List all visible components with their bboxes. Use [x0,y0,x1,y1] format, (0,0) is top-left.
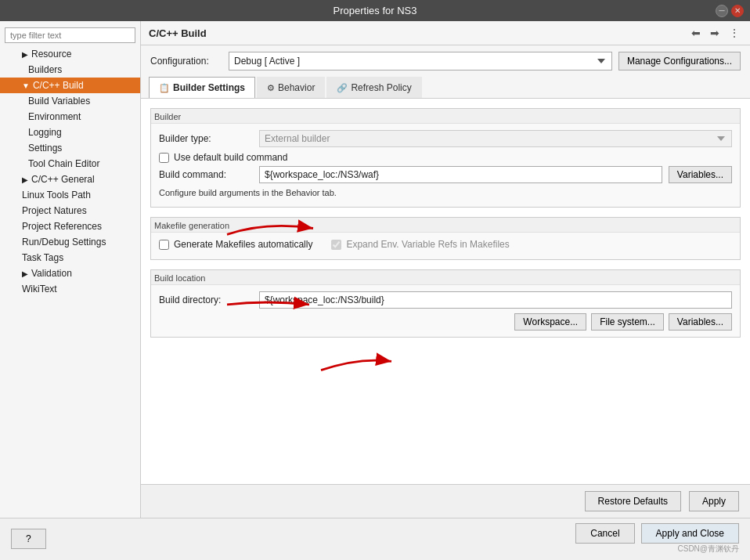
main-container: ▶Resource Builders ▼C/C++ Build Build Va… [0,21,750,559]
tab-builder-settings-label: Builder Settings [173,82,245,93]
footer-right: Cancel Apply and Close [575,523,739,544]
arrow-icon: ▶ [22,50,28,59]
expand-env-row: Expand Env. Variable Refs in Makefiles [331,239,509,250]
minimize-button[interactable]: ─ [716,5,728,17]
builder-section-body: Builder type: External builder Use defau… [151,124,740,207]
generate-makefiles-row: Generate Makefiles automatically [159,239,312,250]
restore-defaults-button[interactable]: Restore Defaults [585,491,681,511]
config-select[interactable]: Debug [ Active ] Release [229,52,612,70]
builder-type-label: Builder type: [159,133,253,144]
tab-behavior-label: Behavior [278,82,315,93]
builder-type-select: External builder [259,130,732,147]
builder-section-title: Builder [151,109,740,124]
sidebar-item-settings[interactable]: Settings [0,140,140,156]
sidebar-item-resource[interactable]: ▶Resource [0,46,140,62]
use-default-build-label: Use default build command [174,152,287,163]
menu-button[interactable]: ⋮ [727,26,742,40]
expand-env-label: Expand Env. Variable Refs in Makefiles [346,239,509,250]
sidebar-item-wikitext[interactable]: WikiText [0,281,140,297]
build-command-variables-button[interactable]: Variables... [669,166,732,183]
footer-bar: ? Cancel Apply and Close CSDN@青渊钦丹 [0,518,750,559]
build-location-variables-button[interactable]: Variables... [669,313,732,331]
builder-section: Builder Builder type: External builder [150,108,741,208]
sidebar-item-cpp-general[interactable]: ▶C/C++ General [0,172,140,187]
tab-builder-settings[interactable]: 📋 Builder Settings [149,77,255,98]
form-content: Builder Builder type: External builder [141,99,750,484]
build-location-section-title: Build location [151,270,740,285]
build-location-section: Build location Build directory: Workspac… [150,269,741,338]
arrow-icon-gen: ▶ [22,175,28,184]
sidebar-item-task-tags[interactable]: Task Tags [0,250,140,266]
use-default-build-checkbox[interactable] [159,153,169,163]
manage-configurations-button[interactable]: Manage Configurations... [618,52,741,70]
build-command-label: Build command: [159,169,253,180]
sidebar-item-logging[interactable]: Logging [0,125,140,140]
expand-env-checkbox [331,240,341,250]
sidebar-item-builders[interactable]: Builders [0,62,140,78]
watermark: CSDN@青渊钦丹 [678,544,740,555]
sidebar: ▶Resource Builders ▼C/C++ Build Build Va… [0,21,141,518]
cancel-button[interactable]: Cancel [575,523,634,544]
build-directory-row: Build directory: [159,291,732,309]
config-select-wrap: Debug [ Active ] Release Manage Configur… [229,52,741,70]
file-system-button[interactable]: File system... [591,313,664,331]
generate-makefiles-label: Generate Makefiles automatically [174,239,312,250]
behavior-icon: ⚙ [267,83,275,93]
build-command-row: Build command: Variables... [159,166,732,183]
config-label: Configuration: [150,56,221,67]
title-bar: Properties for NS3 ─ ✕ [0,0,750,21]
sidebar-item-tool-chain-editor[interactable]: Tool Chain Editor [0,156,140,172]
panel-title: C/C++ Build [149,27,207,39]
content-area: ▶Resource Builders ▼C/C++ Build Build Va… [0,21,750,518]
window-controls: ─ ✕ [716,5,744,17]
apply-and-close-button[interactable]: Apply and Close [641,523,739,544]
tabs-row: 📋 Builder Settings ⚙ Behavior 🔗 Refresh … [141,77,750,99]
build-command-hint: Configure build arguments in the Behavio… [159,188,732,197]
forward-button[interactable]: ➡ [708,26,722,40]
project-natures-label: Project Natures [22,205,87,216]
close-button[interactable]: ✕ [731,5,744,17]
arrow-icon-val: ▶ [22,269,28,278]
use-default-build-row: Use default build command [159,152,732,163]
right-panel: C/C++ Build ⬅ ➡ ⋮ Configuration: Debug [… [141,21,750,518]
sidebar-item-environment[interactable]: Environment [0,109,140,125]
help-button[interactable]: ? [11,529,46,549]
tab-refresh-policy-label: Refresh Policy [351,82,411,93]
makefile-section-title: Makefile generation [151,218,740,233]
workspace-button[interactable]: Workspace... [514,313,586,331]
sidebar-item-cpp-build[interactable]: ▼C/C++ Build [0,78,140,93]
builder-settings-icon: 📋 [159,83,170,93]
arrow-icon-active: ▼ [22,81,30,90]
build-directory-label: Build directory: [159,294,253,305]
header-actions: ⬅ ➡ ⋮ [689,26,742,40]
back-button[interactable]: ⬅ [689,26,703,40]
tool-chain-editor-label: Tool Chain Editor [28,158,99,169]
filter-wrap [0,24,140,46]
builder-type-row: Builder type: External builder [159,130,732,147]
sidebar-item-project-references[interactable]: Project References [0,219,140,234]
filter-input[interactable] [5,27,135,43]
build-directory-input[interactable] [259,291,732,309]
tab-refresh-policy[interactable]: 🔗 Refresh Policy [326,77,421,98]
panel-header: C/C++ Build ⬅ ➡ ⋮ [141,21,750,45]
bottom-bar: Restore Defaults Apply [141,484,750,518]
makefile-section-body: Generate Makefiles automatically Expand … [151,233,740,259]
config-row: Configuration: Debug [ Active ] Release … [141,45,750,77]
makefile-section: Makefile generation Generate Makefiles a… [150,217,741,260]
generate-makefiles-checkbox[interactable] [159,240,169,250]
window-title: Properties for NS3 [334,5,417,16]
sidebar-item-validation[interactable]: ▶Validation [0,266,140,281]
refresh-policy-icon: 🔗 [337,83,348,93]
sidebar-item-build-variables[interactable]: Build Variables [0,93,140,109]
sidebar-item-run-debug-settings[interactable]: Run/Debug Settings [0,234,140,250]
build-command-input[interactable] [259,166,662,183]
project-references-label: Project References [22,221,102,232]
build-location-section-body: Build directory: Workspace... File syste… [151,285,740,337]
help-icon: ? [26,533,31,544]
sidebar-item-linux-tools-path[interactable]: Linux Tools Path [0,187,140,203]
tab-behavior[interactable]: ⚙ Behavior [257,77,325,98]
sidebar-item-project-natures[interactable]: Project Natures [0,203,140,219]
apply-button[interactable]: Apply [689,491,739,511]
content-wrapper: Builder Builder type: External builder [141,99,750,484]
